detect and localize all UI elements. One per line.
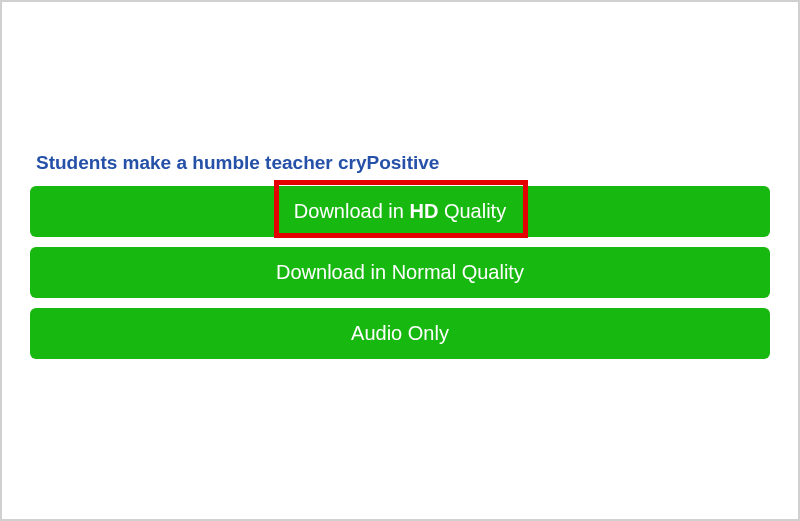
hd-label-suffix: Quality — [438, 200, 506, 222]
hd-label-prefix: Download in — [294, 200, 410, 222]
hd-label-bold: HD — [409, 200, 438, 222]
download-options-panel: Students make a humble teacher cryPositi… — [30, 152, 770, 369]
download-hd-button[interactable]: Download in HD Quality — [30, 186, 770, 237]
audio-only-button[interactable]: Audio Only — [30, 308, 770, 359]
video-title: Students make a humble teacher cryPositi… — [30, 152, 770, 174]
download-normal-button[interactable]: Download in Normal Quality — [30, 247, 770, 298]
